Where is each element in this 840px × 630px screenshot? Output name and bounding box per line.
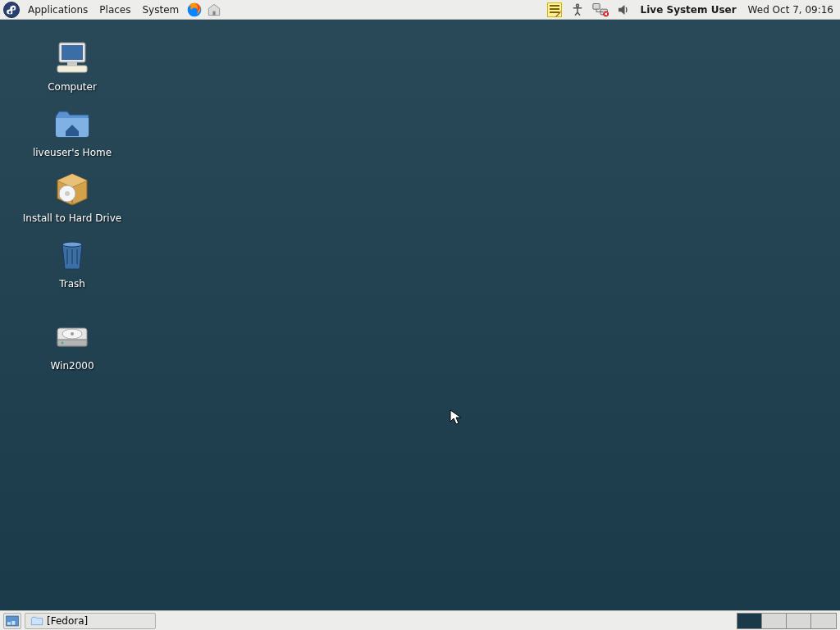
svg-rect-3 <box>592 3 599 9</box>
menu-places[interactable]: Places <box>94 2 135 18</box>
desktop-icon-label: Trash <box>57 277 88 290</box>
network-tray-icon[interactable] <box>591 1 609 19</box>
user-label[interactable]: Live System User <box>637 4 740 16</box>
show-desktop-button[interactable] <box>3 613 21 629</box>
svg-point-11 <box>65 191 70 196</box>
svg-rect-9 <box>57 66 87 72</box>
trash-icon <box>52 235 92 274</box>
install-package-icon <box>52 169 92 208</box>
clock-label[interactable]: Wed Oct 7, 09:16 <box>745 4 837 16</box>
volume-tray-icon[interactable] <box>614 1 632 19</box>
desktop-icon-install[interactable]: Install to Hard Drive <box>15 169 130 225</box>
svg-rect-8 <box>67 62 77 66</box>
workspace-switcher[interactable] <box>737 613 837 629</box>
taskbar-item-fedora[interactable]: [Fedora] <box>25 613 156 629</box>
fedora-logo-icon[interactable] <box>3 2 20 18</box>
desktop-icon-label: Win2000 <box>48 359 96 372</box>
svg-point-12 <box>62 242 82 247</box>
svg-point-17 <box>71 332 74 336</box>
home-folder-icon <box>52 103 92 143</box>
svg-rect-7 <box>62 45 83 60</box>
desktop-icon-trash[interactable]: Trash <box>15 235 130 290</box>
desktop-area[interactable]: Computer liveuser's Home Install to Hard… <box>0 20 840 610</box>
workspace-2[interactable] <box>762 614 787 628</box>
mouse-cursor-icon <box>450 409 463 426</box>
svg-rect-20 <box>11 621 15 625</box>
menu-system[interactable]: System <box>137 2 184 18</box>
menu-applications[interactable]: Applications <box>23 2 93 18</box>
svg-point-15 <box>62 342 64 345</box>
workspace-1[interactable] <box>737 614 762 628</box>
harddrive-icon <box>52 317 92 356</box>
folder-icon <box>30 615 43 627</box>
firefox-launcher-icon[interactable] <box>185 1 203 19</box>
bottom-panel: [Fedora] <box>0 610 840 630</box>
accessibility-tray-icon[interactable] <box>568 1 587 19</box>
desktop-icon-label: liveuser's Home <box>30 146 114 159</box>
desktop-icon-computer[interactable]: Computer <box>15 38 130 94</box>
desktop-icon-home[interactable]: liveuser's Home <box>15 103 130 159</box>
svg-rect-1 <box>213 11 216 15</box>
workspace-3[interactable] <box>787 614 811 628</box>
computer-icon <box>52 38 92 77</box>
workspace-4[interactable] <box>811 614 836 628</box>
nautilus-launcher-icon[interactable] <box>205 1 223 19</box>
desktop-icon-win2000[interactable]: Win2000 <box>15 317 130 372</box>
svg-rect-19 <box>7 622 11 624</box>
taskbar-item-label: [Fedora] <box>47 615 88 627</box>
svg-point-2 <box>576 4 578 7</box>
notes-tray-icon[interactable] <box>546 1 564 19</box>
top-panel: Applications Places System <box>0 0 840 20</box>
desktop-icon-label: Computer <box>45 80 99 94</box>
desktop-icon-label: Install to Hard Drive <box>21 212 124 225</box>
